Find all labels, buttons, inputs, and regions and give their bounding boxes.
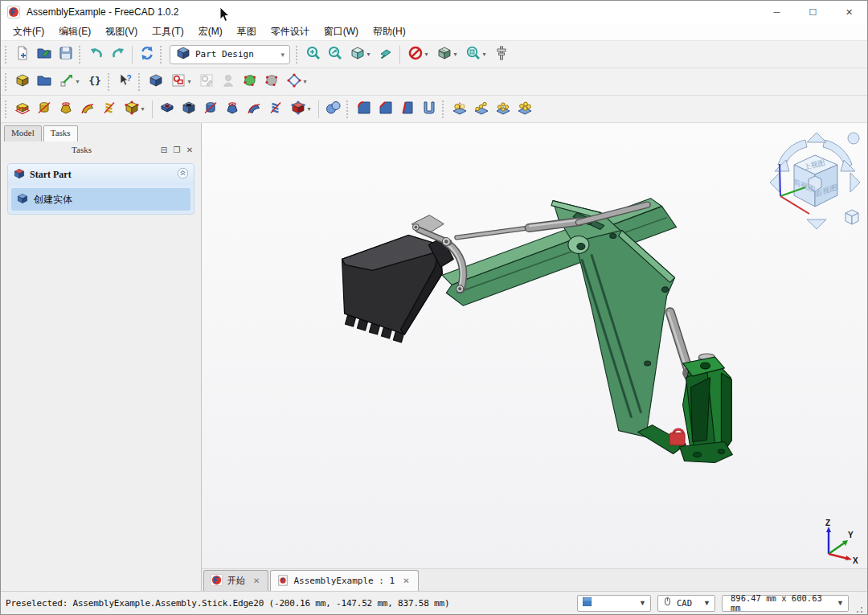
chevron-down-icon: ▾: [424, 51, 428, 58]
undo-button[interactable]: [85, 43, 107, 65]
toolbar-drag-handle[interactable]: [160, 46, 163, 64]
additive-primitive-button[interactable]: ▾: [120, 98, 149, 120]
axonometric-view-button[interactable]: ▾: [346, 43, 375, 65]
menu-macro[interactable]: 宏(M): [191, 23, 230, 40]
sync-view-button[interactable]: [375, 43, 396, 65]
shape-binder-button[interactable]: [260, 71, 282, 92]
dock-close-icon[interactable]: ✕: [183, 143, 196, 156]
toolbar-row-structure: ▾{}?▾▾: [1, 68, 867, 96]
toolbar-row-partdesign: ▾▾: [1, 96, 867, 123]
create-body-label: 创建实体: [34, 193, 72, 207]
hole-icon: [181, 100, 197, 118]
chevron-down-icon: ▾: [303, 78, 306, 85]
create-datum-button[interactable]: ▾: [282, 71, 311, 92]
new-file-button[interactable]: [11, 43, 33, 65]
multitransform-button[interactable]: [514, 98, 535, 120]
minimize-button[interactable]: ─: [759, 1, 795, 23]
menu-help[interactable]: 帮助(H): [366, 23, 413, 40]
toolbar-drag-handle[interactable]: [108, 73, 111, 91]
save-button[interactable]: [55, 43, 76, 65]
additive-helix-button[interactable]: [98, 98, 120, 120]
whats-this-button[interactable]: ?: [114, 71, 136, 92]
refresh-button[interactable]: [136, 43, 158, 65]
make-link-button[interactable]: ▾: [55, 71, 84, 92]
subtractive-sweep-button[interactable]: [243, 98, 264, 120]
texture-view-button[interactable]: ▾: [432, 43, 461, 65]
create-group-button[interactable]: [33, 71, 55, 92]
collapse-chevron-icon[interactable]: [177, 167, 189, 182]
menu-tools[interactable]: 工具(T): [145, 23, 190, 40]
zoom-tools-button[interactable]: ▾: [461, 43, 490, 65]
create-body-button[interactable]: [145, 71, 166, 92]
hole-button[interactable]: [178, 98, 199, 120]
toolbar-drag-handle[interactable]: [442, 100, 445, 118]
whats-this-icon: ?: [117, 72, 133, 91]
menu-edit[interactable]: 编辑(E): [51, 23, 98, 40]
viewport-size-selector[interactable]: 896.47 mm x 600.63 mm▼: [722, 595, 849, 612]
maximize-button[interactable]: ☐: [795, 1, 831, 23]
subtractive-loft-button[interactable]: [221, 98, 243, 120]
create-body-task-item[interactable]: 创建实体: [11, 188, 190, 211]
dock-float-icon[interactable]: ❐: [170, 143, 183, 156]
draft-button[interactable]: [396, 98, 418, 120]
texture-view-icon: [436, 45, 452, 64]
document-tab-0[interactable]: 开始✕: [203, 570, 268, 591]
subtractive-helix-button[interactable]: [264, 98, 286, 120]
tab-close-icon[interactable]: ✕: [252, 576, 261, 585]
fit-all-button[interactable]: [302, 43, 324, 65]
menu-partdesign[interactable]: 零件设计: [264, 23, 317, 40]
close-button[interactable]: ✕: [831, 1, 867, 23]
fillet-button[interactable]: [353, 98, 375, 120]
toolbar-drag-handle[interactable]: [5, 46, 8, 64]
menu-view[interactable]: 视图(V): [98, 23, 145, 40]
additive-sweep-button[interactable]: [76, 98, 98, 120]
create-part-icon: [14, 72, 31, 91]
groove-button[interactable]: [199, 98, 221, 120]
chamfer-button[interactable]: [375, 98, 396, 120]
mirrored-button[interactable]: [448, 98, 470, 120]
create-body-icon: [148, 72, 164, 91]
dock-restore-icon[interactable]: ⊟: [158, 143, 170, 156]
menu-sketch[interactable]: 草图: [230, 23, 264, 40]
additive-loft-button[interactable]: [55, 98, 76, 120]
document-tab-1[interactable]: AssemblyExample : 1✕: [270, 570, 418, 591]
thickness-button[interactable]: [418, 98, 440, 120]
start-part-header[interactable]: Start Part: [8, 164, 194, 185]
dock-tab-tasks[interactable]: Tasks: [43, 125, 78, 141]
boolean-operation-button[interactable]: [322, 98, 344, 120]
toolbar-drag-handle[interactable]: [5, 100, 8, 118]
grounded-lock-icon: [669, 429, 685, 445]
create-varset-button[interactable]: {}: [84, 71, 105, 92]
navigation-style-selector[interactable]: CAD▼: [657, 595, 715, 612]
open-file-icon: [36, 45, 52, 64]
linear-pattern-button[interactable]: [470, 98, 492, 120]
toolbar-drag-handle[interactable]: [79, 46, 82, 64]
toolbar-drag-handle[interactable]: [5, 73, 8, 91]
validate-sketch-button[interactable]: [239, 71, 260, 92]
navigation-cube[interactable]: 上视图 前视图 右视图: [767, 129, 863, 234]
toolbar-drag-handle[interactable]: [138, 73, 141, 91]
pocket-button[interactable]: [156, 98, 178, 120]
tab-close-icon[interactable]: ✕: [401, 576, 411, 585]
resize-grip[interactable]: [854, 604, 864, 614]
clipping-plane-button[interactable]: ▾: [403, 43, 432, 65]
redo-button[interactable]: [107, 43, 129, 65]
toolbar-drag-handle[interactable]: [296, 46, 299, 64]
menu-file[interactable]: 文件(F): [6, 23, 51, 40]
subtractive-helix-icon: [268, 100, 284, 118]
revolution-button[interactable]: [33, 98, 55, 120]
pad-button[interactable]: [11, 98, 33, 120]
menu-windows[interactable]: 窗口(W): [317, 23, 366, 40]
measure-button[interactable]: [490, 43, 512, 65]
fit-selection-button[interactable]: [324, 43, 346, 65]
open-file-button[interactable]: [33, 43, 55, 65]
create-sketch-button[interactable]: ▾: [166, 71, 195, 92]
3d-viewport[interactable]: 上视图 前视图 右视图: [202, 123, 867, 568]
draw-style-selector[interactable]: ▼: [577, 595, 651, 612]
create-part-button[interactable]: [11, 71, 33, 92]
workbench-selector[interactable]: Part Design▾: [170, 45, 290, 64]
polar-pattern-button[interactable]: [492, 98, 514, 120]
subtractive-primitive-button[interactable]: ▾: [286, 98, 315, 120]
toolbar-drag-handle[interactable]: [346, 100, 350, 118]
dock-tab-model[interactable]: Model: [4, 125, 42, 141]
